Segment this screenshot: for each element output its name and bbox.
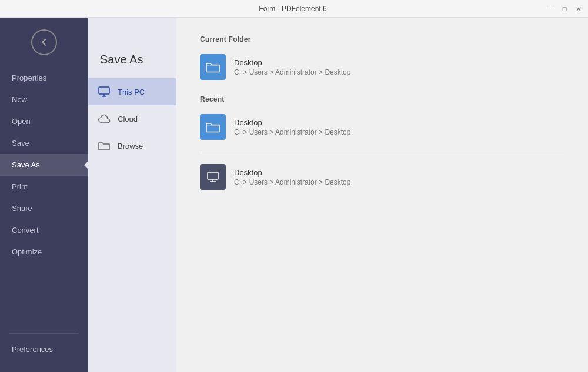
title-bar: Form - PDFelement 6 − □ × xyxy=(0,0,588,18)
monitor-icon xyxy=(98,85,111,98)
sidebar-item-open[interactable]: Open xyxy=(0,110,88,132)
recent-item-0[interactable]: Desktop C: > Users > Administrator > Des… xyxy=(200,110,564,143)
nav-item-this-pc[interactable]: This PC xyxy=(88,78,176,105)
sidebar-item-properties[interactable]: Properties xyxy=(0,67,88,89)
back-button[interactable] xyxy=(31,29,57,55)
current-folder-info: Desktop C: > Users > Administrator > Des… xyxy=(234,58,350,76)
close-button[interactable]: × xyxy=(574,4,583,14)
recent-item-1[interactable]: Desktop C: > Users > Administrator > Des… xyxy=(200,160,564,193)
sidebar-item-share[interactable]: Share xyxy=(0,197,88,219)
current-folder-item[interactable]: Desktop C: > Users > Administrator > Des… xyxy=(200,51,564,83)
window-controls: − □ × xyxy=(546,4,583,14)
recent-item-0-info: Desktop C: > Users > Administrator > Des… xyxy=(234,118,350,136)
current-folder-path: C: > Users > Administrator > Desktop xyxy=(234,68,350,76)
current-folder-section: Current Folder Desktop C: > Users > Admi… xyxy=(200,35,564,83)
recent-item-1-path: C: > Users > Administrator > Desktop xyxy=(234,178,350,186)
nav-panel: Save As This PC Cloud xyxy=(88,18,176,372)
sidebar: Properties New Open Save Save As Print S… xyxy=(0,18,88,372)
recent-item-1-info: Desktop C: > Users > Administrator > Des… xyxy=(234,168,350,186)
sidebar-item-save-as[interactable]: Save As xyxy=(0,154,88,176)
sidebar-item-preferences[interactable]: Preferences xyxy=(0,339,88,360)
current-folder-label: Current Folder xyxy=(200,35,564,43)
sidebar-item-new[interactable]: New xyxy=(0,89,88,110)
recent-label: Recent xyxy=(200,95,564,103)
recent-divider xyxy=(200,152,564,152)
current-folder-name: Desktop xyxy=(234,58,350,67)
recent-item-1-name: Desktop xyxy=(234,168,350,177)
cloud-icon xyxy=(98,112,111,125)
sidebar-item-print[interactable]: Print xyxy=(0,176,88,197)
sidebar-item-save[interactable]: Save xyxy=(0,132,88,154)
folder-icon xyxy=(98,139,111,152)
recent-item-1-icon xyxy=(200,164,226,190)
svg-rect-3 xyxy=(208,172,218,179)
recent-item-0-name: Desktop xyxy=(234,118,350,127)
svg-rect-0 xyxy=(99,87,109,94)
restore-button[interactable]: □ xyxy=(560,4,569,14)
nav-item-cloud[interactable]: Cloud xyxy=(88,105,176,132)
content-area: Current Folder Desktop C: > Users > Admi… xyxy=(176,18,588,372)
minimize-button[interactable]: − xyxy=(546,4,555,14)
recent-item-0-path: C: > Users > Administrator > Desktop xyxy=(234,128,350,136)
sidebar-item-convert[interactable]: Convert xyxy=(0,219,88,241)
current-folder-icon xyxy=(200,54,226,80)
sidebar-item-optimize[interactable]: Optimize xyxy=(0,241,88,263)
panel-title: Save As xyxy=(88,53,176,78)
nav-item-browse[interactable]: Browse xyxy=(88,132,176,159)
window-title: Form - PDFelement 6 xyxy=(40,5,546,13)
recent-item-0-icon xyxy=(200,114,226,140)
sidebar-divider xyxy=(9,333,79,334)
app-body: Properties New Open Save Save As Print S… xyxy=(0,18,588,372)
